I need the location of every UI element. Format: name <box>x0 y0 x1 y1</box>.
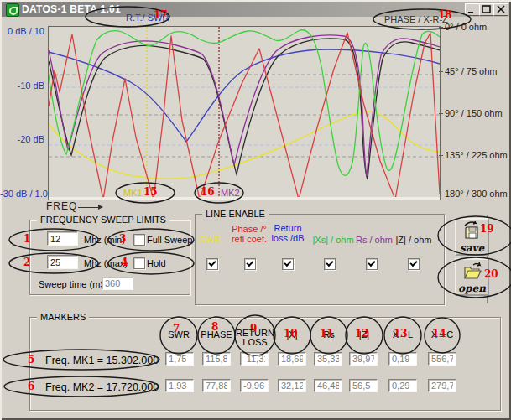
mk2-chart-label: MK2 <box>221 188 240 198</box>
freq-min-label: Mhz (min) <box>84 235 125 245</box>
open-folder-icon <box>462 261 482 281</box>
mk2-c-value[interactable] <box>428 379 456 392</box>
right-tick <box>439 194 443 194</box>
mk1-c-value[interactable] <box>428 352 456 366</box>
app-window: DATOS-1 BETA 1.01 R.T./ SWR PHASE / X-R-… <box>0 0 511 420</box>
open-button[interactable]: open <box>455 258 489 296</box>
mk2-return-value[interactable] <box>240 379 269 392</box>
line-label-z: |Z| / ohm <box>390 235 437 245</box>
curve-z <box>49 39 440 179</box>
floppy-disk-icon <box>463 220 482 241</box>
freq-max-label: Mhz (max) <box>84 258 128 268</box>
sweep-time-label: Sweep time (mS) <box>39 279 109 289</box>
line-label-return: Return loss /dB <box>264 223 311 243</box>
mk1-z-value[interactable] <box>349 352 378 366</box>
col-header-xc: X→C <box>421 330 463 340</box>
full-sweep-checkbox[interactable] <box>133 234 145 246</box>
line-checkbox-return[interactable] <box>282 258 294 270</box>
mk1-l-value[interactable] <box>388 352 417 366</box>
y-left-30db: -30 dB / 1.0 <box>0 189 44 199</box>
mk1-x-value[interactable] <box>278 352 306 366</box>
mk1-return-value[interactable] <box>240 352 269 366</box>
freq-mk1-label: Freq. MK1 = 15.302.000 <box>45 355 159 366</box>
freq-arrow-icon <box>78 207 98 208</box>
mk1-chart-label: MK1 <box>123 188 143 198</box>
line-checkbox-phase[interactable] <box>244 258 256 270</box>
window-title: DATOS-1 BETA 1.01 <box>22 3 121 15</box>
right-tick <box>439 113 443 114</box>
col-header-xl: X→L <box>382 330 424 340</box>
mk2-rs-value[interactable] <box>314 379 342 392</box>
freq-arrowhead-icon <box>98 205 103 210</box>
save-button[interactable]: save <box>455 218 489 256</box>
x-axis-label: FREQ <box>46 200 77 212</box>
chart-canvas <box>49 27 440 200</box>
sweep-time-input[interactable] <box>102 277 133 290</box>
mk2-x-value[interactable] <box>278 379 306 392</box>
freq-min-input[interactable] <box>47 231 78 246</box>
gridlines-db <box>49 87 440 145</box>
y-right-0: 0° / 0 ohm <box>445 22 487 32</box>
curve-xs <box>49 30 440 176</box>
markers-title: MARKERS <box>37 312 89 322</box>
mk2-l-value[interactable] <box>388 379 417 392</box>
line-label-xs: |Xs| / ohm <box>310 235 357 245</box>
col-header-return-loss: RETURN LOSS <box>234 329 276 347</box>
line-checkbox-swr[interactable] <box>206 258 218 270</box>
line-checkbox-xs[interactable] <box>324 258 336 270</box>
col-header-z: |Z| <box>343 330 385 340</box>
save-button-label: save <box>456 242 488 254</box>
right-tick <box>439 71 443 72</box>
col-header-x: |X| <box>271 330 313 340</box>
freq-max-input[interactable] <box>47 255 78 269</box>
hold-checkbox[interactable] <box>133 257 145 269</box>
y-left-10db: -10 dB <box>0 80 44 91</box>
mk1-rs-value[interactable] <box>314 352 342 366</box>
right-tick <box>439 155 443 156</box>
line-checkbox-z[interactable] <box>408 258 420 270</box>
open-button-label: open <box>456 283 488 294</box>
line-checkbox-rs[interactable] <box>366 258 378 270</box>
maximize-button[interactable] <box>479 3 494 16</box>
col-header-swr: SWR <box>158 330 200 340</box>
freq-mk2-label: Freq. MK2 = 17.720.000 <box>45 381 159 393</box>
minimize-button[interactable] <box>465 3 480 16</box>
close-icon <box>496 5 506 14</box>
maximize-icon <box>482 5 492 14</box>
col-header-phase: PHASE <box>196 330 237 340</box>
plot-bottom-strip <box>49 197 440 200</box>
frequency-sweep-limits-title: FREQUENCY SWEEP LIMITS <box>37 215 169 225</box>
right-tick <box>439 27 443 28</box>
y-right-180: 180° / 300 ohm <box>445 189 508 199</box>
mk1-phase-value[interactable] <box>202 352 231 366</box>
plot-area[interactable] <box>48 26 441 200</box>
curve-phase <box>49 33 440 200</box>
y-left-0db: 0 dB / 10 <box>0 26 44 36</box>
mode-label-phase-xrz: PHASE / X-R-Z <box>384 14 448 24</box>
app-icon <box>6 3 19 17</box>
mk2-swr-value[interactable] <box>165 379 194 392</box>
minimize-icon <box>467 5 477 14</box>
close-button[interactable] <box>493 3 508 16</box>
mk2-phase-value[interactable] <box>202 379 231 392</box>
mk2-z-value[interactable] <box>349 379 378 392</box>
line-enable-title: LINE ENABLE <box>202 209 269 219</box>
hold-label: Hold <box>147 258 166 268</box>
y-left-20db: -20 dB <box>0 134 44 144</box>
mode-label-rt-swr: R.T./ SWR <box>126 13 169 23</box>
y-right-45: 45° / 75 ohm <box>445 66 498 76</box>
y-right-135: 135° / 225 ohm <box>445 150 508 160</box>
y-right-90: 90° / 150 ohm <box>445 108 503 118</box>
mk1-swr-value[interactable] <box>165 352 194 366</box>
